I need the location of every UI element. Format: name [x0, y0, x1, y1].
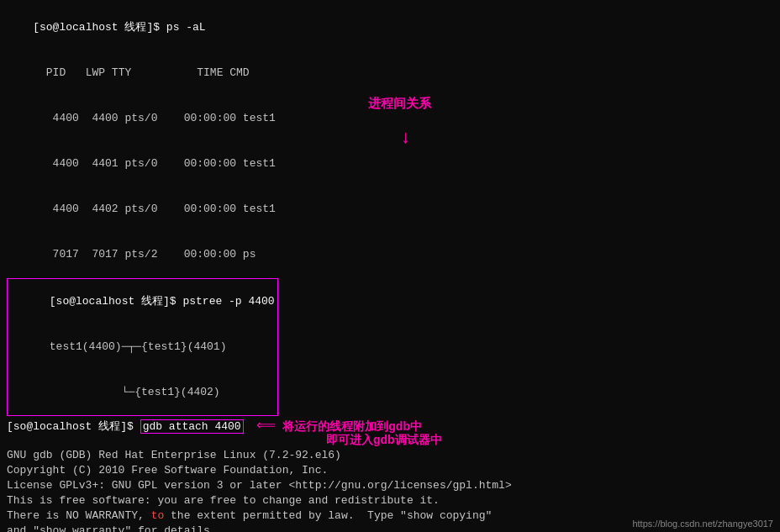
watermark: https://blog.csdn.net/zhangye3017	[632, 519, 773, 529]
process-relation-annotation: 进程间关系	[368, 96, 431, 112]
line-8: test1(4400)─┬─{test1}(4401)	[10, 324, 275, 370]
terminal-window: [so@localhost 线程]$ ps -aL PID LWP TTY TI…	[0, 0, 780, 532]
line-1: [so@localhost 线程]$ ps -aL	[7, 5, 773, 50]
prompt-1: [so@localhost 线程]$ ps -aL	[33, 21, 205, 34]
line-4: 4400 4401 pts/0 00:00:00 test1	[7, 141, 773, 187]
line-6: 7017 7017 pts/2 00:00:00 ps	[7, 232, 773, 277]
line-9: └─{test1}(4402)	[10, 370, 275, 415]
down-arrow: ↓	[400, 128, 411, 149]
gdb-cmd-box: gdb attach 4400	[140, 419, 244, 434]
gdb-attach-line: [so@localhost 线程]$ gdb attach 4400 ⟸ 将运行…	[7, 417, 773, 435]
right-arrow-gdb: ⟸	[256, 419, 276, 434]
gdb-attach-annotation-2: 即可进入gdb调试器中	[326, 433, 773, 448]
line-13: License GPLv3+: GNU GPL version 3 or lat…	[7, 478, 773, 493]
line-14: This is free software: you are free to c…	[7, 493, 773, 508]
line-11: GNU gdb (GDB) Red Hat Enterprise Linux (…	[7, 448, 773, 463]
line-5: 4400 4402 pts/0 00:00:00 test1	[7, 187, 773, 232]
gdb-attach-annotation: 将运行的线程附加到gdb中	[282, 419, 422, 433]
line-7: [so@localhost 线程]$ pstree -p 4400	[10, 279, 275, 324]
ps-header: PID LWP TTY TIME CMD	[33, 66, 249, 79]
line-12: Copyright (C) 2010 Free Software Foundat…	[7, 463, 773, 478]
line-2: PID LWP TTY TIME CMD	[7, 50, 773, 96]
